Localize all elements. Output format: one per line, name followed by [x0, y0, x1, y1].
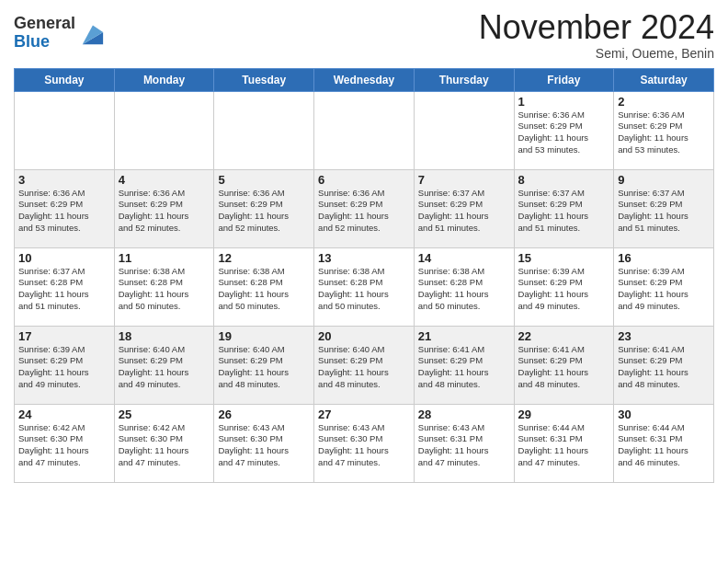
day-number: 10	[18, 251, 110, 265]
week-row-1: 1Sunrise: 6:36 AMSunset: 6:29 PMDaylight…	[15, 91, 714, 169]
calendar-cell: 26Sunrise: 6:43 AMSunset: 6:30 PMDayligh…	[214, 404, 314, 482]
calendar-cell: 29Sunrise: 6:44 AMSunset: 6:31 PMDayligh…	[514, 404, 614, 482]
day-number: 17	[18, 329, 110, 343]
day-number: 4	[119, 173, 210, 187]
day-number: 19	[218, 329, 310, 343]
day-info: Sunrise: 6:36 AMSunset: 6:29 PMDaylight:…	[218, 188, 310, 235]
day-number: 26	[218, 408, 310, 421]
calendar-cell: 20Sunrise: 6:40 AMSunset: 6:29 PMDayligh…	[314, 326, 415, 404]
day-info: Sunrise: 6:38 AMSunset: 6:28 PMDaylight:…	[119, 266, 210, 313]
calendar-cell: 16Sunrise: 6:39 AMSunset: 6:29 PMDayligh…	[614, 247, 714, 326]
calendar-cell	[314, 91, 415, 169]
logo-general: General	[14, 15, 75, 33]
day-info: Sunrise: 6:43 AMSunset: 6:30 PMDaylight:…	[318, 422, 410, 469]
month-title: November 2024	[479, 9, 714, 46]
day-number: 18	[119, 329, 210, 343]
day-info: Sunrise: 6:39 AMSunset: 6:29 PMDaylight:…	[18, 344, 110, 391]
day-number: 2	[618, 95, 710, 109]
day-info: Sunrise: 6:37 AMSunset: 6:29 PMDaylight:…	[618, 188, 710, 235]
day-number: 25	[119, 408, 210, 421]
day-info: Sunrise: 6:37 AMSunset: 6:29 PMDaylight:…	[418, 188, 510, 235]
day-number: 21	[418, 329, 510, 343]
day-number: 14	[418, 251, 510, 265]
day-info: Sunrise: 6:43 AMSunset: 6:30 PMDaylight:…	[218, 422, 310, 469]
day-number: 9	[618, 173, 710, 187]
day-info: Sunrise: 6:36 AMSunset: 6:29 PMDaylight:…	[119, 188, 210, 235]
day-number: 23	[618, 329, 710, 343]
logo-text: General Blue	[14, 15, 75, 52]
day-info: Sunrise: 6:39 AMSunset: 6:29 PMDaylight:…	[518, 266, 610, 313]
day-info: Sunrise: 6:38 AMSunset: 6:28 PMDaylight:…	[418, 266, 510, 313]
day-info: Sunrise: 6:40 AMSunset: 6:29 PMDaylight:…	[119, 344, 210, 391]
day-number: 28	[418, 408, 510, 421]
logo-blue: Blue	[14, 33, 75, 52]
day-info: Sunrise: 6:41 AMSunset: 6:29 PMDaylight:…	[518, 344, 610, 391]
day-info: Sunrise: 6:36 AMSunset: 6:29 PMDaylight:…	[618, 109, 710, 156]
calendar-cell: 24Sunrise: 6:42 AMSunset: 6:30 PMDayligh…	[15, 404, 115, 482]
calendar-cell: 22Sunrise: 6:41 AMSunset: 6:29 PMDayligh…	[514, 326, 614, 404]
week-row-3: 10Sunrise: 6:37 AMSunset: 6:28 PMDayligh…	[15, 247, 714, 326]
logo: General Blue	[14, 15, 105, 52]
day-info: Sunrise: 6:36 AMSunset: 6:29 PMDaylight:…	[18, 188, 110, 235]
col-sunday: Sunday	[15, 68, 115, 91]
col-saturday: Saturday	[614, 68, 714, 91]
col-wednesday: Wednesday	[314, 68, 415, 91]
day-info: Sunrise: 6:39 AMSunset: 6:29 PMDaylight:…	[618, 266, 710, 313]
col-friday: Friday	[514, 68, 614, 91]
day-info: Sunrise: 6:36 AMSunset: 6:29 PMDaylight:…	[318, 188, 410, 235]
day-info: Sunrise: 6:36 AMSunset: 6:29 PMDaylight:…	[518, 109, 610, 156]
day-number: 12	[218, 251, 310, 265]
col-monday: Monday	[114, 68, 214, 91]
day-info: Sunrise: 6:43 AMSunset: 6:31 PMDaylight:…	[418, 422, 510, 469]
day-number: 30	[618, 408, 710, 421]
calendar-cell: 28Sunrise: 6:43 AMSunset: 6:31 PMDayligh…	[414, 404, 514, 482]
calendar-cell	[214, 91, 314, 169]
day-number: 15	[518, 251, 610, 265]
header-row: Sunday Monday Tuesday Wednesday Thursday…	[15, 68, 714, 91]
day-info: Sunrise: 6:40 AMSunset: 6:29 PMDaylight:…	[318, 344, 410, 391]
calendar-cell	[414, 91, 514, 169]
day-info: Sunrise: 6:37 AMSunset: 6:29 PMDaylight:…	[518, 188, 610, 235]
calendar-cell: 14Sunrise: 6:38 AMSunset: 6:28 PMDayligh…	[414, 247, 514, 326]
day-info: Sunrise: 6:37 AMSunset: 6:28 PMDaylight:…	[18, 266, 110, 313]
col-tuesday: Tuesday	[214, 68, 314, 91]
week-row-4: 17Sunrise: 6:39 AMSunset: 6:29 PMDayligh…	[15, 326, 714, 404]
day-number: 20	[318, 329, 410, 343]
calendar-cell: 8Sunrise: 6:37 AMSunset: 6:29 PMDaylight…	[514, 169, 614, 247]
day-info: Sunrise: 6:40 AMSunset: 6:29 PMDaylight:…	[218, 344, 310, 391]
calendar-cell: 21Sunrise: 6:41 AMSunset: 6:29 PMDayligh…	[414, 326, 514, 404]
week-row-2: 3Sunrise: 6:36 AMSunset: 6:29 PMDaylight…	[15, 169, 714, 247]
day-number: 1	[518, 95, 610, 109]
calendar-cell: 13Sunrise: 6:38 AMSunset: 6:28 PMDayligh…	[314, 247, 415, 326]
day-info: Sunrise: 6:42 AMSunset: 6:30 PMDaylight:…	[18, 422, 110, 469]
day-number: 27	[318, 408, 410, 421]
calendar-cell: 27Sunrise: 6:43 AMSunset: 6:30 PMDayligh…	[314, 404, 415, 482]
day-info: Sunrise: 6:38 AMSunset: 6:28 PMDaylight:…	[218, 266, 310, 313]
calendar-cell: 30Sunrise: 6:44 AMSunset: 6:31 PMDayligh…	[614, 404, 714, 482]
subtitle: Semi, Oueme, Benin	[479, 46, 714, 61]
calendar-cell: 18Sunrise: 6:40 AMSunset: 6:29 PMDayligh…	[114, 326, 214, 404]
calendar-cell: 1Sunrise: 6:36 AMSunset: 6:29 PMDaylight…	[514, 91, 614, 169]
day-number: 8	[518, 173, 610, 187]
page: General Blue November 2024 Semi, Oueme, …	[0, 0, 728, 497]
day-info: Sunrise: 6:38 AMSunset: 6:28 PMDaylight:…	[318, 266, 410, 313]
calendar-cell: 15Sunrise: 6:39 AMSunset: 6:29 PMDayligh…	[514, 247, 614, 326]
calendar-cell: 12Sunrise: 6:38 AMSunset: 6:28 PMDayligh…	[214, 247, 314, 326]
calendar-cell: 2Sunrise: 6:36 AMSunset: 6:29 PMDaylight…	[614, 91, 714, 169]
day-number: 16	[618, 251, 710, 265]
calendar-cell: 7Sunrise: 6:37 AMSunset: 6:29 PMDaylight…	[414, 169, 514, 247]
calendar-cell: 19Sunrise: 6:40 AMSunset: 6:29 PMDayligh…	[214, 326, 314, 404]
day-number: 22	[518, 329, 610, 343]
calendar-cell	[15, 91, 115, 169]
day-number: 3	[18, 173, 110, 187]
calendar-header: Sunday Monday Tuesday Wednesday Thursday…	[15, 68, 714, 91]
day-number: 11	[119, 251, 210, 265]
title-area: November 2024 Semi, Oueme, Benin	[479, 9, 714, 61]
col-thursday: Thursday	[414, 68, 514, 91]
day-number: 24	[18, 408, 110, 421]
day-info: Sunrise: 6:44 AMSunset: 6:31 PMDaylight:…	[518, 422, 610, 469]
calendar-cell: 6Sunrise: 6:36 AMSunset: 6:29 PMDaylight…	[314, 169, 415, 247]
day-number: 7	[418, 173, 510, 187]
day-info: Sunrise: 6:42 AMSunset: 6:30 PMDaylight:…	[119, 422, 210, 469]
calendar-cell	[114, 91, 214, 169]
